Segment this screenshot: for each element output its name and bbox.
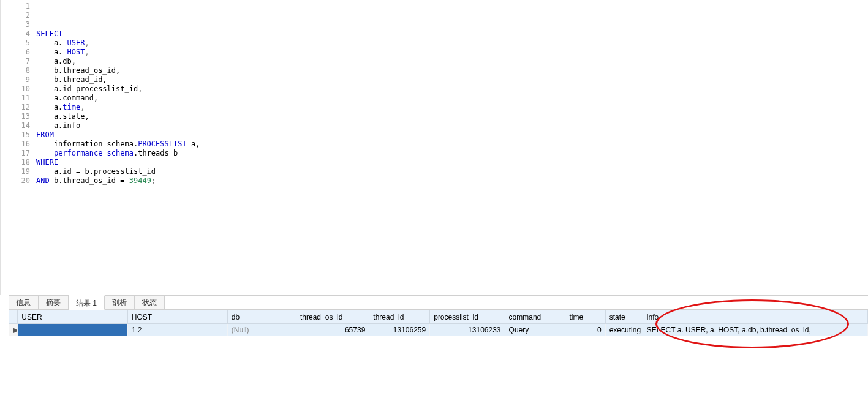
code-line[interactable]: b.thread_id,	[36, 75, 868, 85]
col-header-time[interactable]: time	[565, 310, 605, 324]
results-grid[interactable]: USERHOSTdbthread_os_idthread_idprocessli…	[9, 310, 868, 336]
code-line[interactable]: WHERE	[36, 158, 868, 167]
line-number: 16	[1, 140, 30, 149]
line-number: 3	[1, 20, 30, 29]
line-number: 13	[1, 112, 30, 121]
code-line[interactable]: a. HOST,	[36, 48, 868, 57]
cell-HOST[interactable]: 1 2	[127, 324, 227, 336]
code-line[interactable]	[36, 11, 868, 20]
col-header-HOST[interactable]: HOST	[127, 310, 227, 324]
cell-db[interactable]: (Null)	[227, 324, 296, 336]
col-header-info[interactable]: info	[643, 310, 867, 324]
row-handle-header	[9, 310, 18, 324]
col-header-command[interactable]: command	[505, 310, 565, 324]
tab-结果 1[interactable]: 结果 1	[69, 295, 105, 310]
cell-USER[interactable]	[18, 324, 127, 336]
line-number: 12	[1, 103, 30, 112]
cell-thread_id[interactable]: 13106259	[369, 324, 430, 336]
line-number: 20	[1, 176, 30, 186]
cell-state[interactable]: executing	[605, 324, 643, 336]
line-number: 14	[1, 121, 30, 130]
table-row[interactable]: ▶1 2(Null)657391310625913106233Query0exe…	[9, 324, 868, 336]
code-line[interactable]: a.info	[36, 121, 868, 130]
sql-editor[interactable]: 1234567891011121314151617181920 SELECT a…	[0, 0, 868, 295]
code-line[interactable]: SELECT	[36, 29, 868, 39]
col-header-USER[interactable]: USER	[18, 310, 127, 324]
cell-time[interactable]: 0	[565, 324, 605, 336]
col-header-processlist_id[interactable]: processlist_id	[430, 310, 505, 324]
code-line[interactable]: a.state,	[36, 112, 868, 121]
line-number: 19	[1, 167, 30, 176]
col-header-state[interactable]: state	[605, 310, 643, 324]
code-line[interactable]	[36, 20, 868, 29]
cell-thread_os_id[interactable]: 65739	[296, 324, 369, 336]
tab-信息[interactable]: 信息	[9, 296, 39, 309]
results-tabs: 信息摘要结果 1剖析状态	[9, 295, 868, 310]
code-line[interactable]	[36, 2, 868, 11]
line-number-gutter: 1234567891011121314151617181920	[1, 0, 36, 295]
line-number: 10	[1, 85, 30, 94]
line-number: 5	[1, 39, 30, 48]
line-number: 11	[1, 94, 30, 103]
line-number: 8	[1, 66, 30, 75]
code-line[interactable]: b.thread_os_id,	[36, 66, 868, 75]
code-area[interactable]: SELECT a. USER, a. HOST, a.db, b.thread_…	[36, 0, 868, 295]
tab-剖析[interactable]: 剖析	[105, 296, 135, 309]
tab-状态[interactable]: 状态	[135, 296, 165, 309]
code-line[interactable]: a.command,	[36, 94, 868, 103]
tab-摘要[interactable]: 摘要	[39, 296, 69, 309]
code-line[interactable]: a.time,	[36, 103, 868, 112]
col-header-thread_os_id[interactable]: thread_os_id	[296, 310, 369, 324]
line-number: 18	[1, 158, 30, 167]
line-number: 15	[1, 130, 30, 140]
cell-processlist_id[interactable]: 13106233	[430, 324, 505, 336]
code-line[interactable]: AND b.thread_os_id = 39449;	[36, 176, 868, 186]
code-line[interactable]: performance_schema.threads b	[36, 149, 868, 158]
line-number: 9	[1, 75, 30, 85]
code-line[interactable]: a.id = b.processlist_id	[36, 167, 868, 176]
line-number: 6	[1, 48, 30, 57]
row-handle[interactable]: ▶	[9, 324, 18, 336]
code-line[interactable]: a.db,	[36, 57, 868, 66]
line-number: 2	[1, 11, 30, 20]
results-pane: USERHOSTdbthread_os_idthread_idprocessli…	[9, 310, 868, 417]
code-line[interactable]: a.id processlist_id,	[36, 85, 868, 94]
line-number: 1	[1, 2, 30, 11]
line-number: 17	[1, 149, 30, 158]
col-header-thread_id[interactable]: thread_id	[369, 310, 430, 324]
col-header-db[interactable]: db	[227, 310, 296, 324]
line-number: 4	[1, 29, 30, 39]
code-line[interactable]: FROM	[36, 130, 868, 140]
cell-command[interactable]: Query	[505, 324, 565, 336]
code-line[interactable]: information_schema.PROCESSLIST a,	[36, 140, 868, 149]
cell-info[interactable]: SELECT a. USER, a. HOST, a.db, b.thread_…	[643, 324, 867, 336]
code-line[interactable]: a. USER,	[36, 39, 868, 48]
line-number: 7	[1, 57, 30, 66]
